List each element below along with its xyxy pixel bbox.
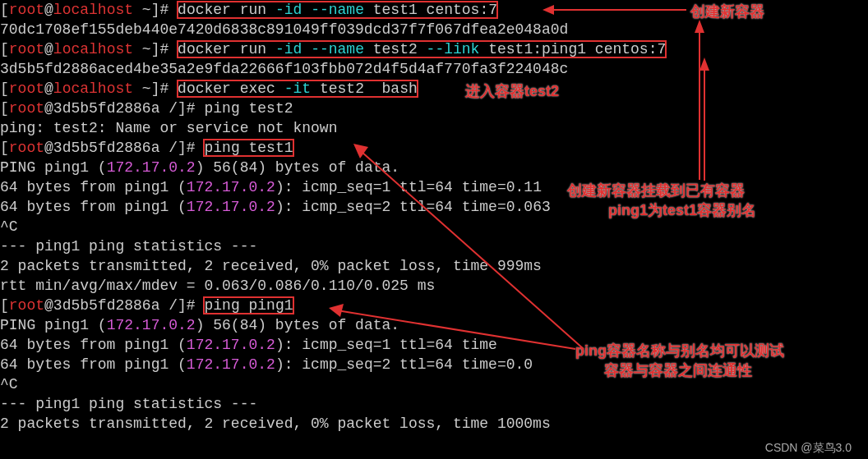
- terminal-line: [root@3d5b5fd2886a /]# ping test1: [0, 138, 868, 158]
- terminal-line: 3d5b5fd2886aced4be35a2e9fda22666f103fbb0…: [0, 59, 868, 79]
- annotation-link-container-l2: ping1为test1容器别名: [608, 200, 756, 220]
- annotation-enter-test2: 进入容器test2: [465, 81, 559, 101]
- terminal-line: [root@localhost ~]# docker exec -it test…: [0, 79, 868, 99]
- terminal-line: PING ping1 (172.17.0.2) 56(84) bytes of …: [0, 315, 868, 335]
- annotation-ping-l2: 容器与容器之间连通性: [604, 360, 752, 380]
- terminal-line: --- ping1 ping statistics ---: [0, 394, 868, 414]
- annotation-ping-l1: ping容器名称与别名均可以测试: [575, 341, 784, 360]
- watermark: CSDN @菜鸟3.0: [765, 438, 852, 457]
- terminal-line: [root@3d5b5fd2886a /]# ping ping1: [0, 296, 868, 315]
- terminal-line: --- ping1 ping statistics ---: [0, 236, 868, 256]
- annotation-create-container: 创建新容器: [690, 2, 764, 21]
- terminal-line: [root@localhost ~]# docker run -id --nam…: [0, 39, 868, 59]
- annotation-link-container-l1: 创建新容器挂载到已有容器: [567, 181, 745, 200]
- terminal-line: 2 packets transmitted, 2 received, 0% pa…: [0, 414, 868, 434]
- boxed-cmd-exec: docker exec -it test2 bash: [178, 80, 418, 97]
- boxed-cmd-ping-ping1: ping ping1: [204, 297, 293, 314]
- terminal-line: PING ping1 (172.17.0.2) 56(84) bytes of …: [0, 158, 868, 177]
- terminal-line: 2 packets transmitted, 2 received, 0% pa…: [0, 256, 868, 276]
- boxed-cmd-run-test2: docker run -id --name test2 --link test1…: [178, 41, 666, 57]
- terminal-line: [root@3d5b5fd2886a /]# ping test2: [0, 99, 868, 118]
- terminal-line: 70dc1708ef155deb440e7420d6838c891049ff03…: [0, 20, 868, 39]
- boxed-cmd-run-test1: docker run -id --name test1 centos:7: [178, 2, 497, 18]
- boxed-cmd-ping-test1: ping test1: [204, 140, 293, 156]
- terminal-line: ping: test2: Name or service not known: [0, 118, 868, 138]
- terminal-line: rtt min/avg/max/mdev = 0.063/0.086/0.110…: [0, 276, 868, 296]
